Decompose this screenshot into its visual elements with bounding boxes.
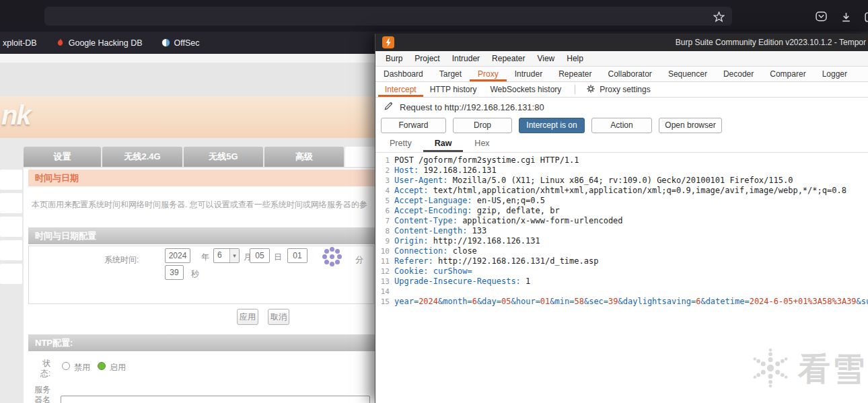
subtab-websockets-history[interactable]: WebSockets history — [484, 82, 569, 97]
burp-titlebar[interactable]: Burp Suite Community Edition v2023.10.1.… — [375, 34, 868, 51]
apply-button[interactable]: 应用 — [237, 309, 258, 325]
menu-help[interactable]: Help — [560, 54, 589, 63]
request-editor[interactable]: 1POST /goform/form2systime.cgi HTTP/1.12… — [375, 153, 868, 403]
bookmark-google-hacking-db[interactable]: Google Hacking DB — [56, 37, 143, 49]
request-line[interactable]: 2Host: 192.168.126.131 — [375, 166, 868, 176]
time-date-description: 本页面用来配置系统时间和网络时间服务器. 您可以设置或查看一些系统时间或网络服务… — [32, 199, 374, 211]
router-tab-active[interactable] — [345, 147, 375, 167]
intercept-toggle-button[interactable]: Intercept is on — [519, 118, 585, 133]
side-nav-item[interactable] — [0, 264, 22, 284]
request-line[interactable]: 13Upgrade-Insecure-Requests: 1 — [375, 277, 868, 287]
request-line[interactable]: 11Referer: http://192.168.126.131/d_time… — [375, 256, 868, 266]
burp-window-title: Burp Suite Community Edition v2023.10.1.… — [676, 38, 866, 47]
ntp-enable-radio[interactable] — [98, 362, 106, 370]
subtab-http-history[interactable]: HTTP history — [423, 82, 484, 97]
menu-project[interactable]: Project — [408, 54, 445, 63]
bookmark-exploit-db[interactable]: xploit-DB — [3, 38, 37, 48]
pocket-icon[interactable] — [813, 9, 828, 24]
loading-spinner-icon — [330, 254, 334, 259]
side-nav-item[interactable] — [0, 217, 22, 237]
bookmark-offsec[interactable]: OffSec — [161, 38, 200, 48]
request-line[interactable]: 5Accept-Language: en-US,en;q=0.5 — [375, 196, 868, 206]
day-unit-label: 日 — [274, 252, 282, 263]
proxy-settings-button[interactable]: Proxy settings — [582, 82, 654, 97]
menu-burp[interactable]: Burp — [379, 54, 408, 63]
request-line[interactable]: 4Accept: text/html,application/xhtml+xml… — [375, 186, 868, 196]
pencil-icon — [384, 101, 394, 113]
request-line[interactable]: 1POST /goform/form2systime.cgi HTTP/1.1 — [375, 155, 868, 166]
year-input[interactable]: 2024 — [165, 248, 190, 263]
router-tab-advanced[interactable]: 高级 — [264, 147, 344, 167]
tab-repeater[interactable]: Repeater — [550, 67, 600, 81]
side-nav-item[interactable] — [0, 193, 22, 213]
hour-input[interactable]: 01 — [287, 248, 308, 263]
offsec-icon — [161, 38, 170, 47]
side-nav-item[interactable] — [0, 170, 22, 190]
cancel-button[interactable]: 取消 — [268, 309, 289, 325]
chevron-down-icon: ▾ — [229, 249, 239, 262]
side-nav-item[interactable] — [0, 240, 22, 260]
message-editor-tabs: Pretty Raw Hex — [375, 135, 868, 153]
tab-dashboard[interactable]: Dashboard — [375, 67, 431, 81]
month-select[interactable]: 6 ▾ — [213, 248, 240, 263]
request-line[interactable]: 8Content-Length: 133 — [375, 226, 868, 236]
menu-intruder[interactable]: Intruder — [446, 54, 486, 63]
download-icon[interactable] — [838, 9, 853, 24]
tab-comparer[interactable]: Comparer — [762, 67, 813, 81]
menu-repeater[interactable]: Repeater — [486, 54, 531, 63]
second-unit-label: 秒 — [191, 268, 199, 280]
bookmark-label: OffSec — [174, 38, 200, 48]
ntp-enable-label: 启用 — [110, 362, 126, 373]
second-input[interactable]: 39 — [165, 265, 184, 280]
request-line[interactable]: 9Origin: http://192.168.126.131 — [375, 236, 868, 246]
tab-target[interactable]: Target — [431, 67, 470, 81]
request-line[interactable]: 12Cookie: curShow= — [375, 266, 868, 277]
screen: xploit-DB Google Hacking DB OffSec nk 设置… — [0, 0, 868, 403]
menu-view[interactable]: View — [531, 54, 560, 63]
request-line[interactable]: 14 — [375, 287, 868, 297]
extensions-icon[interactable] — [862, 9, 868, 24]
system-time-label: 系统时间: — [104, 254, 139, 266]
request-line[interactable]: 6Accept-Encoding: gzip, deflate, br — [375, 206, 868, 216]
page-header-band — [0, 63, 375, 96]
intercept-toolbar: Forward Drop Intercept is on Action Open… — [375, 116, 868, 135]
tab-collaborator[interactable]: Collaborator — [600, 67, 660, 81]
request-line[interactable]: 15year=2024&month=6&day=05&hour=01&min=5… — [375, 297, 868, 307]
request-line[interactable]: 10Connection: close — [375, 246, 868, 256]
page-top-strip — [0, 54, 375, 63]
tab-decoder[interactable]: Decoder — [715, 67, 762, 81]
bookmark-star-icon[interactable] — [711, 9, 726, 24]
ntp-status-label: 状 态: — [33, 359, 50, 379]
ntp-server-label: 服务 器名 — [33, 385, 50, 403]
open-browser-button[interactable]: Open browser — [659, 118, 722, 133]
router-tab-settings[interactable]: 设置 — [24, 147, 101, 167]
tab-logger[interactable]: Logger — [814, 67, 855, 81]
day-input[interactable]: 05 — [250, 248, 270, 263]
forward-button[interactable]: Forward — [381, 118, 446, 133]
editor-tab-hex[interactable]: Hex — [463, 135, 501, 152]
request-line[interactable]: 7Content-Type: application/x-www-form-ur… — [375, 216, 868, 226]
url-bar[interactable] — [44, 7, 732, 26]
tab-proxy[interactable]: Proxy — [470, 67, 507, 81]
burp-window: Burp Suite Community Edition v2023.10.1.… — [375, 34, 868, 403]
editor-tab-pretty[interactable]: Pretty — [378, 135, 423, 152]
editor-tab-raw[interactable]: Raw — [423, 135, 464, 152]
browser-toolbar — [0, 0, 868, 32]
action-button[interactable]: Action — [591, 118, 652, 133]
ntp-disable-label: 禁用 — [74, 362, 90, 373]
router-tab-wireless24g[interactable]: 无线2.4G — [102, 147, 182, 167]
router-admin-page: nk 设置 无线2.4G 无线5G 高级 时间与日期 本页面用来配置系统时间和网… — [0, 54, 375, 403]
subtab-separator — [575, 85, 575, 94]
request-line[interactable]: 3User-Agent: Mozilla/5.0 (X11; Linux x86… — [375, 176, 868, 186]
tab-sequencer[interactable]: Sequencer — [660, 67, 715, 81]
intercept-request-line: Request to http://192.168.126.131:80 — [375, 98, 868, 116]
subtab-intercept[interactable]: Intercept — [378, 82, 423, 97]
ntp-server-input[interactable] — [61, 396, 370, 403]
ntp-disable-radio[interactable] — [62, 362, 70, 370]
burp-menubar: Burp Project Intruder Repeater View Help — [375, 51, 868, 67]
drop-button[interactable]: Drop — [453, 118, 512, 133]
tab-intruder[interactable]: Intruder — [507, 67, 550, 81]
router-tab-wireless5g[interactable]: 无线5G — [184, 147, 263, 167]
year-unit-label: 年 — [201, 252, 209, 263]
fire-icon — [56, 37, 65, 49]
